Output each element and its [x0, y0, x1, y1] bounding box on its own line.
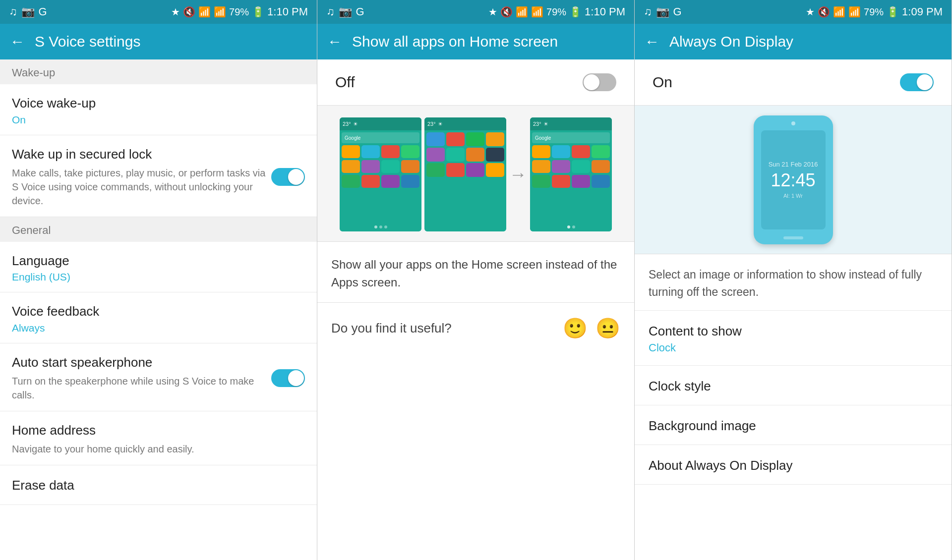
- spotify-icon-2: ♫: [326, 5, 335, 18]
- battery-icon-1: 🔋: [252, 6, 264, 18]
- screenshot-3: 23° ☀ Google: [530, 117, 612, 231]
- battery-icon-2: 🔋: [569, 6, 582, 18]
- settings-item-voicefeedback[interactable]: Voice feedback Always: [0, 292, 317, 343]
- panel-alwaysondisplay: ♫ 📷 G ★ 🔇 📶 📶 79% 🔋 1:09 PM ← Always On …: [635, 0, 952, 560]
- speakerphone-desc: Turn on the speakerphone while using S V…: [12, 374, 271, 402]
- status-time-3: 1:09 PM: [902, 5, 943, 18]
- camera-icon-2: 📷: [339, 5, 352, 18]
- camera-icon: 📷: [21, 5, 35, 18]
- securedlock-toggle[interactable]: [271, 168, 305, 186]
- section-header-wakeup: Wake-up: [0, 59, 317, 84]
- thumbs-down-icon[interactable]: 😐: [595, 317, 620, 340]
- status-icons-left-3: ♫ 📷 G: [644, 5, 682, 18]
- page-title-3: Always On Display: [669, 33, 793, 50]
- wifi-icon-2: 📶: [516, 6, 528, 18]
- content-to-show-subtitle: Clock: [649, 341, 938, 354]
- aod-item-background-image[interactable]: Background image: [635, 405, 952, 445]
- aod-item-content-to-show[interactable]: Content to show Clock: [635, 311, 952, 366]
- phone-mockup: Sun 21 Feb 2016 12:45 Al: 1 Wr: [754, 115, 833, 244]
- spotify-icon: ♫: [9, 5, 17, 18]
- settings-item-homeaddress[interactable]: Home address Navigate to your home quick…: [0, 411, 317, 465]
- g-icon: G: [39, 5, 47, 18]
- speakerphone-title: Auto start speakerphone: [12, 354, 271, 371]
- screenshots-preview: 23° ☀ Google: [317, 106, 634, 242]
- back-button-3[interactable]: ←: [645, 33, 659, 50]
- phone-date: Sun 21 Feb 2016: [769, 161, 818, 168]
- app-bar-1: ← S Voice settings: [0, 24, 317, 59]
- aod-content: On Sun 21 Feb 2016 12:45 Al: 1 Wr Select…: [635, 59, 952, 560]
- status-bar-1: ♫ 📷 G ★ 🔇 📶 📶 79% 🔋 1:10 PM: [0, 0, 317, 24]
- battery-text-2: 79%: [546, 6, 566, 18]
- settings-item-speakerphone[interactable]: Auto start speakerphone Turn on the spea…: [0, 343, 317, 411]
- content-to-show-title: Content to show: [649, 324, 938, 339]
- battery-text-1: 79%: [229, 6, 249, 18]
- about-aod-title: About Always On Display: [649, 458, 938, 473]
- settings-item-securedlock[interactable]: Wake up in secured lock Make calls, take…: [0, 135, 317, 217]
- voicewakeup-subtitle: On: [12, 114, 305, 126]
- back-button-1[interactable]: ←: [10, 33, 25, 50]
- settings-item-voicewakeup-text: Voice wake-up On: [12, 95, 305, 126]
- signal-icon-2: 📶: [531, 6, 543, 18]
- settings-item-erasedata[interactable]: Erase data: [0, 465, 317, 505]
- g-icon-3: G: [673, 5, 682, 18]
- g-icon-2: G: [356, 5, 364, 18]
- erasedata-title: Erase data: [12, 477, 305, 494]
- settings-item-language-text: Language English (US): [12, 253, 305, 283]
- phone-mockup-screen: Sun 21 Feb 2016 12:45 Al: 1 Wr: [761, 130, 826, 229]
- screenshot-1: 23° ☀ Google: [340, 117, 421, 231]
- aod-toggle-knob: [917, 74, 933, 90]
- settings-item-homeaddress-text: Home address Navigate to your home quick…: [12, 422, 305, 456]
- mute-icon-3: 🔇: [818, 6, 830, 18]
- aod-toggle[interactable]: [900, 73, 934, 91]
- signal-icon: 📶: [214, 6, 226, 18]
- back-button-2[interactable]: ←: [327, 33, 342, 50]
- settings-content-1: Wake-up Voice wake-up On Wake up in secu…: [0, 59, 317, 560]
- bluetooth-icon-3: ★: [806, 6, 815, 18]
- status-icons-left-1: ♫ 📷 G: [9, 5, 47, 18]
- settings-item-voicewakeup[interactable]: Voice wake-up On: [0, 84, 317, 135]
- page-title-1: S Voice settings: [35, 33, 140, 50]
- bluetooth-icon-2: ★: [488, 6, 497, 18]
- voicewakeup-title: Voice wake-up: [12, 95, 305, 112]
- wifi-icon-3: 📶: [833, 6, 845, 18]
- thumbs-up-icon[interactable]: 🙂: [563, 317, 588, 340]
- app-bar-2: ← Show all apps on Home screen: [317, 24, 634, 59]
- securedlock-toggle-knob: [288, 169, 304, 185]
- mute-icon: 🔇: [183, 6, 195, 18]
- securedlock-desc: Make calls, take pictures, play music, o…: [12, 166, 271, 208]
- language-title: Language: [12, 253, 305, 270]
- signal-icon-3: 📶: [848, 6, 861, 18]
- section-header-general: General: [0, 217, 317, 242]
- securedlock-title: Wake up in secured lock: [12, 146, 271, 163]
- phone-info: Al: 1 Wr: [783, 193, 803, 199]
- homescreen-toggle[interactable]: [583, 73, 616, 91]
- homeaddress-title: Home address: [12, 422, 305, 439]
- page-title-2: Show all apps on Home screen: [352, 33, 558, 50]
- bluetooth-icon: ★: [171, 6, 180, 18]
- screenshot-2: 23° ☀: [424, 117, 506, 231]
- status-bar-3: ♫ 📷 G ★ 🔇 📶 📶 79% 🔋 1:09 PM: [635, 0, 952, 24]
- settings-item-language[interactable]: Language English (US): [0, 242, 317, 293]
- language-subtitle: English (US): [12, 271, 305, 283]
- aod-toggle-label: On: [653, 74, 672, 91]
- clock-style-title: Clock style: [649, 379, 938, 394]
- aod-item-clock-style[interactable]: Clock style: [635, 366, 952, 405]
- app-bar-3: ← Always On Display: [635, 24, 952, 59]
- aod-description: Select an image or information to show i…: [635, 254, 952, 311]
- camera-icon-3: 📷: [656, 5, 669, 18]
- battery-icon-3: 🔋: [887, 6, 899, 18]
- status-bar-2: ♫ 📷 G ★ 🔇 📶 📶 79% 🔋 1:10 PM: [317, 0, 634, 24]
- background-image-title: Background image: [649, 418, 938, 434]
- status-icons-right-2: ★ 🔇 📶 📶 79% 🔋 1:10 PM: [488, 5, 625, 18]
- feedback-row: Do you find it useful? 🙂 😐: [317, 303, 634, 354]
- aod-item-about[interactable]: About Always On Display: [635, 445, 952, 485]
- wifi-icon: 📶: [198, 6, 211, 18]
- aod-toggle-row: On: [635, 59, 952, 106]
- homescreen-description: Show all your apps on the Home screen in…: [317, 242, 634, 303]
- status-time-1: 1:10 PM: [267, 5, 308, 18]
- phone-time: 12:45: [771, 170, 815, 191]
- homescreen-toggle-row: Off: [317, 59, 634, 106]
- speakerphone-toggle[interactable]: [271, 369, 305, 387]
- status-icons-left-2: ♫ 📷 G: [326, 5, 364, 18]
- status-icons-right-1: ★ 🔇 📶 📶 79% 🔋 1:10 PM: [171, 5, 308, 18]
